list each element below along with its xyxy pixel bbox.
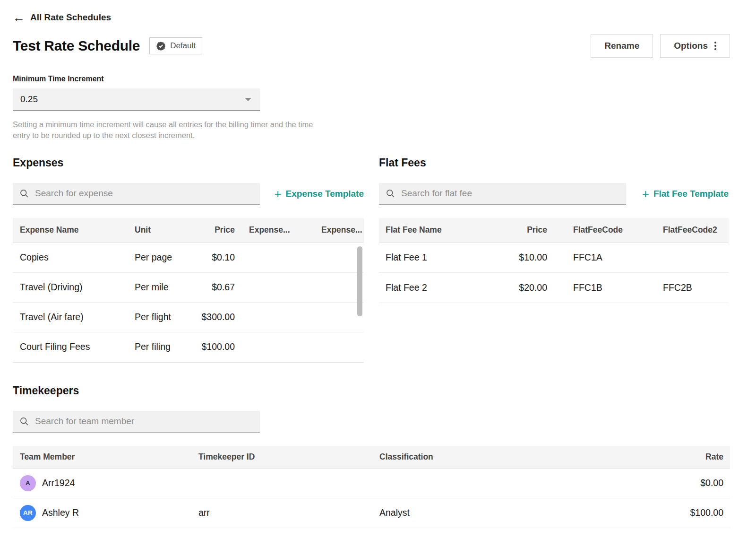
col-flat-fee-name: Flat Fee Name xyxy=(379,225,507,235)
col-flatfeecode: FlatFeeCode xyxy=(547,225,637,235)
expenses-heading: Expenses xyxy=(13,156,364,169)
flat-fee-code1: FFC1B xyxy=(547,282,637,293)
timekeeper-id: arr xyxy=(191,507,372,518)
plus-icon: + xyxy=(642,189,649,199)
min-time-increment-label: Minimum Time Increment xyxy=(13,75,730,83)
title-row: Test Rate Schedule Default Rename Option… xyxy=(13,34,730,58)
expense-name: Travel (Driving) xyxy=(13,282,135,293)
expense-price: $300.00 xyxy=(189,312,235,322)
timekeepers-section: Timekeepers Team Member Timekeeper ID Cl… xyxy=(13,384,730,539)
flat-fees-heading: Flat Fees xyxy=(379,156,729,169)
col-price: Price xyxy=(507,225,547,235)
flat-fee-code1: FFC1A xyxy=(547,252,637,263)
expenses-table: Expense Name Unit Price Expense... Expen… xyxy=(13,218,364,363)
flat-fees-section: Flat Fees + Flat Fee Template Flat Fee N… xyxy=(379,156,729,363)
expenses-table-header: Expense Name Unit Price Expense... Expen… xyxy=(13,218,364,243)
rate: $100.00 xyxy=(654,507,730,518)
flat-fee-price: $20.00 xyxy=(507,282,547,293)
flat-fee-template-label: Flat Fee Template xyxy=(653,189,729,199)
add-flat-fee-template-link[interactable]: + Flat Fee Template xyxy=(642,189,729,199)
badge-check-icon xyxy=(156,41,166,51)
table-row[interactable]: Copies Per page $0.10 xyxy=(13,243,364,273)
flat-fee-search[interactable] xyxy=(379,183,626,205)
back-arrow-icon: ← xyxy=(13,13,25,22)
classification: Analyst xyxy=(372,507,654,518)
table-row[interactable]: Travel (Driving) Per mile $0.67 xyxy=(13,273,364,303)
flat-fees-table-header: Flat Fee Name Price FlatFeeCode FlatFeeC… xyxy=(379,218,729,243)
expense-price: $0.10 xyxy=(189,252,235,263)
col-price: Price xyxy=(189,225,235,235)
col-expense-code1: Expense... xyxy=(235,225,307,235)
table-row[interactable]: Travel (Air fare) Per flight $300.00 xyxy=(13,303,364,332)
rename-button[interactable]: Rename xyxy=(591,34,653,58)
expense-price: $100.00 xyxy=(189,341,235,352)
avatar: A xyxy=(20,475,36,491)
team-member-search-input[interactable] xyxy=(35,416,253,426)
caret-down-icon xyxy=(245,98,251,101)
min-time-increment-helper: Setting a minimum time increment will ca… xyxy=(13,119,322,141)
add-expense-template-link[interactable]: + Expense Template xyxy=(274,189,364,199)
team-member-name: Ashley R xyxy=(42,507,79,518)
kebab-menu-icon xyxy=(714,42,716,50)
col-classification: Classification xyxy=(372,452,654,462)
options-button-label: Options xyxy=(674,41,708,51)
table-row[interactable]: Flat Fee 1 $10.00 FFC1A xyxy=(379,243,729,273)
timekeepers-heading: Timekeepers xyxy=(13,384,730,397)
expense-unit: Per filing xyxy=(135,341,189,352)
timekeepers-table: Team Member Timekeeper ID Classification… xyxy=(13,446,730,539)
table-row[interactable] xyxy=(13,528,730,539)
flat-fee-code2: FFC2B xyxy=(637,282,729,293)
search-icon xyxy=(19,417,29,426)
default-badge: Default xyxy=(149,37,202,54)
expense-unit: Per flight xyxy=(135,312,189,322)
table-row[interactable]: Court Filing Fees Per filing $100.00 xyxy=(13,332,364,362)
options-button[interactable]: Options xyxy=(660,34,730,58)
page-title: Test Rate Schedule xyxy=(13,38,140,54)
min-time-increment-value: 0.25 xyxy=(20,94,38,104)
expense-name: Copies xyxy=(13,252,135,263)
expense-search-input[interactable] xyxy=(35,188,253,199)
default-badge-label: Default xyxy=(170,41,196,51)
col-rate: Rate xyxy=(654,452,730,462)
flat-fees-table: Flat Fee Name Price FlatFeeCode FlatFeeC… xyxy=(379,218,729,303)
expenses-section: Expenses + Expense Template Expense Name xyxy=(13,156,364,363)
avatar: AR xyxy=(20,505,36,521)
col-flatfeecode2: FlatFeeCode2 xyxy=(637,225,729,235)
expense-price: $0.67 xyxy=(189,282,235,293)
table-row[interactable]: A Arr1924 $0.00 xyxy=(13,469,730,498)
plus-icon: + xyxy=(274,189,281,199)
min-time-increment-select[interactable]: 0.25 xyxy=(13,88,260,111)
search-icon xyxy=(386,189,395,198)
expense-name: Travel (Air fare) xyxy=(13,312,135,322)
flat-fee-name: Flat Fee 1 xyxy=(379,252,507,263)
expense-unit: Per page xyxy=(135,252,189,263)
flat-fee-search-input[interactable] xyxy=(401,188,619,199)
col-team-member: Team Member xyxy=(13,452,191,462)
expense-template-label: Expense Template xyxy=(286,189,364,199)
expense-search[interactable] xyxy=(13,183,260,205)
table-row[interactable]: Flat Fee 2 $20.00 FFC1B FFC2B xyxy=(379,273,729,303)
rate-schedule-page: ← All Rate Schedules Test Rate Schedule … xyxy=(0,0,756,539)
flat-fee-name: Flat Fee 2 xyxy=(379,282,507,293)
search-icon xyxy=(19,189,29,198)
rate: $0.00 xyxy=(654,478,730,488)
col-expense-code2: Expense... xyxy=(307,225,364,235)
rename-button-label: Rename xyxy=(604,41,639,51)
expense-name: Court Filing Fees xyxy=(13,341,135,352)
timekeepers-table-header: Team Member Timekeeper ID Classification… xyxy=(13,446,730,469)
col-timekeeper-id: Timekeeper ID xyxy=(191,452,372,462)
back-link-all-rate-schedules[interactable]: ← All Rate Schedules xyxy=(13,0,111,23)
flat-fee-price: $10.00 xyxy=(507,252,547,263)
team-member-name: Arr1924 xyxy=(42,478,75,488)
back-link-label: All Rate Schedules xyxy=(30,12,111,23)
expense-unit: Per mile xyxy=(135,282,189,293)
expenses-scrollbar[interactable] xyxy=(357,246,362,316)
col-expense-name: Expense Name xyxy=(13,225,135,235)
col-unit: Unit xyxy=(135,225,189,235)
team-member-search[interactable] xyxy=(13,411,260,433)
table-row[interactable]: AR Ashley R arr Analyst $100.00 xyxy=(13,498,730,528)
